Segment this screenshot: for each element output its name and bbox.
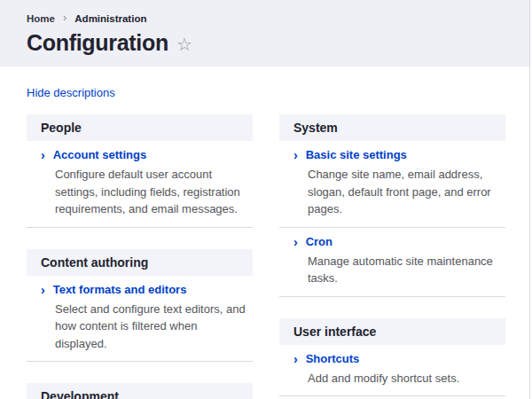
page-header: Home › Administration Configuration ☆ <box>0 0 532 66</box>
breadcrumb-home-link[interactable]: Home <box>27 13 55 24</box>
right-column: System›Basic site settingsChange site na… <box>279 114 505 399</box>
card-header-people: People <box>27 114 253 141</box>
hide-descriptions-link[interactable]: Hide descriptions <box>27 86 115 99</box>
chevron-right-icon: › <box>41 283 45 295</box>
card-item-account-settings: ›Account settingsConfigure default user … <box>27 141 253 228</box>
page-title-row: Configuration ☆ <box>27 30 505 56</box>
chevron-right-icon: › <box>293 352 298 364</box>
text-formats-and-editors-link[interactable]: ›Text formats and editors <box>41 283 247 296</box>
link-label: Text formats and editors <box>53 283 187 296</box>
item-description: Manage automatic site maintenance tasks. <box>308 253 500 287</box>
link-label: Account settings <box>53 148 146 161</box>
link-label: Shortcuts <box>306 352 360 365</box>
breadcrumb-separator-icon: › <box>63 12 66 23</box>
account-settings-link[interactable]: ›Account settings <box>41 148 247 161</box>
link-label: Cron <box>306 235 332 248</box>
chevron-right-icon: › <box>41 149 45 161</box>
chevron-right-icon: › <box>293 149 298 161</box>
link-label: Basic site settings <box>306 148 407 161</box>
card-header-user-interface: User interface <box>279 318 505 345</box>
bookmark-star-icon[interactable]: ☆ <box>176 35 192 53</box>
breadcrumb-administration-link[interactable]: Administration <box>74 13 146 24</box>
card-user-interface: User interface›ShortcutsAdd and modify s… <box>279 318 505 397</box>
left-column: People›Account settingsConfigure default… <box>27 114 253 399</box>
card-columns: People›Account settingsConfigure default… <box>27 114 505 399</box>
card-header-system: System <box>279 114 505 141</box>
card-development: Development <box>27 383 253 399</box>
item-description: Change site name, email address, slogan,… <box>308 166 500 218</box>
card-content-authoring: Content authoring›Text formats and edito… <box>27 249 253 363</box>
card-item-shortcuts: ›ShortcutsAdd and modify shortcut sets. <box>279 345 505 397</box>
card-item-text-formats-and-editors: ›Text formats and editorsSelect and conf… <box>27 276 253 363</box>
shortcuts-link[interactable]: ›Shortcuts <box>293 352 500 365</box>
main-content: Hide descriptions People›Account setting… <box>0 66 532 399</box>
card-item-cron: ›CronManage automatic site maintenance t… <box>279 228 505 297</box>
chevron-right-icon: › <box>293 235 298 247</box>
card-system: System›Basic site settingsChange site na… <box>279 114 505 297</box>
card-header-development: Development <box>27 383 253 399</box>
page-title: Configuration <box>27 30 168 56</box>
breadcrumb: Home › Administration <box>27 12 505 24</box>
card-people: People›Account settingsConfigure default… <box>27 114 253 228</box>
item-description: Add and modify shortcut sets. <box>308 370 500 387</box>
item-description: Configure default user account settings,… <box>55 166 247 218</box>
card-item-basic-site-settings: ›Basic site settingsChange site name, em… <box>279 141 505 228</box>
cron-link[interactable]: ›Cron <box>293 235 500 248</box>
basic-site-settings-link[interactable]: ›Basic site settings <box>293 148 500 161</box>
card-header-content-authoring: Content authoring <box>27 249 253 276</box>
item-description: Select and configure text editors, and h… <box>55 301 247 353</box>
